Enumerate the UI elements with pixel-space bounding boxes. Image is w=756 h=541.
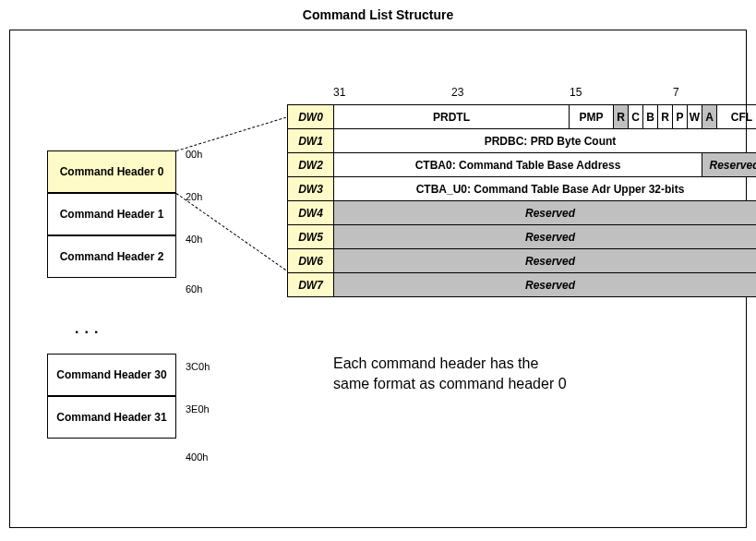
dw-row-label: DW4 xyxy=(288,201,334,225)
table-row: DW7 Reserved xyxy=(288,273,757,297)
field-prdtl: PRDTL xyxy=(334,105,570,129)
table-row: DW2 CTBA0: Command Table Base Address Re… xyxy=(288,153,757,177)
offset-label: 40h xyxy=(186,234,202,245)
bit-mark: 15 xyxy=(570,86,582,99)
field-reserved: Reserved xyxy=(334,249,757,273)
field-r2: R xyxy=(658,105,673,129)
bit-ruler: 31 23 15 7 0 xyxy=(333,86,756,104)
dword-table: DW0 PRDTL PMP R C B R P W A CFL DW1 PRDB… xyxy=(287,104,756,297)
command-header-1: Command Header 1 xyxy=(47,193,176,235)
field-c: C xyxy=(629,105,643,129)
caption-line: Each command header has the xyxy=(333,354,567,374)
field-ctba-u0: CTBA_U0: Command Table Base Adr Upper 32… xyxy=(334,177,757,201)
bit-mark: 31 xyxy=(333,86,345,99)
field-w: W xyxy=(688,105,702,129)
table-row: DW5 Reserved xyxy=(288,225,757,249)
header-list-top: Command Header 0 00h Command Header 1 20… xyxy=(47,150,176,439)
command-header-2: Command Header 2 xyxy=(47,235,176,278)
field-ctba0: CTBA0: Command Table Base Address xyxy=(334,153,702,177)
field-reserved: Reserved xyxy=(334,201,757,225)
dw-row-label: DW7 xyxy=(288,273,334,297)
caption-text: Each command header has the same format … xyxy=(333,354,567,395)
dw-row-label: DW0 xyxy=(288,105,334,129)
command-header-0: Command Header 0 xyxy=(47,150,176,193)
command-header-31: Command Header 31 xyxy=(47,396,176,439)
dw-row-label: DW3 xyxy=(288,177,334,201)
offset-label: 3C0h xyxy=(186,361,210,372)
table-row: DW1 PRDBC: PRD Byte Count xyxy=(288,129,757,153)
bit-mark: 7 xyxy=(673,86,679,99)
dw-row-label: DW6 xyxy=(288,249,334,273)
dw-row-label: DW2 xyxy=(288,153,334,177)
bit-mark: 23 xyxy=(451,86,463,99)
field-prdbc: PRDBC: PRD Byte Count xyxy=(334,129,757,153)
field-reserved: Reserved xyxy=(334,273,757,297)
field-cfl: CFL xyxy=(717,105,757,129)
offset-label: 60h xyxy=(186,283,202,295)
field-a: A xyxy=(702,105,717,129)
command-header-30: Command Header 30 xyxy=(47,354,176,396)
page-title: Command List Structure xyxy=(0,0,756,30)
table-row: DW6 Reserved xyxy=(288,249,757,273)
field-reserved: Reserved xyxy=(702,153,757,177)
field-p: P xyxy=(673,105,688,129)
field-reserved: Reserved xyxy=(334,225,757,249)
field-b: B xyxy=(643,105,658,129)
caption-line: same format as command header 0 xyxy=(333,374,567,394)
table-row: DW3 CTBA_U0: Command Table Base Adr Uppe… xyxy=(288,177,757,201)
ellipsis: ... xyxy=(47,309,176,348)
field-pmp: PMP xyxy=(570,105,614,129)
dw-row-label: DW1 xyxy=(288,129,334,153)
offset-label: 3E0h xyxy=(186,403,210,415)
diagram-frame: Command Header 0 00h Command Header 1 20… xyxy=(9,30,747,528)
dw-row-label: DW5 xyxy=(288,225,334,249)
offset-label: 00h xyxy=(186,149,202,160)
field-r: R xyxy=(614,105,629,129)
table-row: DW4 Reserved xyxy=(288,201,757,225)
table-row: DW0 PRDTL PMP R C B R P W A CFL xyxy=(288,105,757,129)
dword-table-area: 31 23 15 7 0 DW0 PRDTL PMP R C B R P W A… xyxy=(287,86,756,297)
offset-label: 400h xyxy=(186,451,208,463)
